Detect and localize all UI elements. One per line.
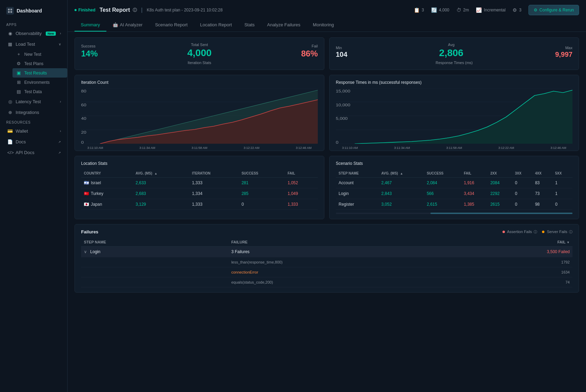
sidebar-item-docs[interactable]: 📄 Docs ↗ [0,136,67,147]
location-row-turkey: 🇹🇷Turkey 2,683 1,334 285 1,049 [81,188,318,199]
svg-text:40: 40 [81,116,86,121]
x-label-0: 3:11:10 AM [87,146,103,150]
test-data-label: Test Data [24,89,42,94]
duration-value: 2m [463,8,469,12]
avg-stat: Avg 2,806 [439,43,463,59]
configure-rerun-button[interactable]: ⚙ Configure & Rerun [528,5,579,15]
tab-summary[interactable]: Summary [75,19,106,32]
detail-fail-3: 74 [474,277,572,287]
tab-stats[interactable]: Stats [238,19,261,32]
response-chart-title: Response Times in ms (successful respons… [336,80,572,85]
sidebar-item-integrations[interactable]: ⊕ Integrations [0,107,67,118]
latency-icon: ◎ [7,99,13,104]
iteration-stats-title: Iteration Stats [81,61,318,65]
response-times-chart: Response Times in ms (successful respons… [329,75,579,151]
sidebar-item-observability[interactable]: ◉ Observability New › [0,28,67,39]
status-dot [75,9,77,11]
svg-rect-1 [10,9,12,10]
docs-label: Docs [16,139,26,144]
scroll-thumb[interactable] [430,213,572,214]
x-label-4: 3:12:46 AM [296,146,312,150]
rx-label-3: 3:12:22 AM [498,146,514,150]
account-3xx: 0 [512,178,532,188]
detail-step-2 [81,267,228,277]
register-3xx: 0 [512,199,532,210]
min-label: Min [336,46,347,50]
server-info-icon[interactable]: ⓘ [569,230,572,234]
sort-icon: ▲ [154,172,157,175]
tab-monitoring[interactable]: Monitoring [307,19,340,32]
success-label: Success [81,44,98,48]
load-test-label: Load Test [16,42,35,47]
status-label: Finished [78,8,95,12]
api-docs-label: API Docs [16,150,34,155]
ai-icon: 🤖 [113,22,118,27]
sidebar-item-new-test[interactable]: + New Test [12,50,67,59]
svg-text:0: 0 [336,141,339,144]
detail-fail-2: 1634 [474,267,572,277]
israel-success: 281 [239,178,285,188]
configure-icon: ⚙ [534,8,537,12]
scenario-stats-title: Scenario Stats [336,161,572,166]
sidebar-item-wallet[interactable]: 💳 Wallet › [0,126,67,136]
detail-failure-2: connectionError [228,267,474,277]
sidebar-item-test-plans[interactable]: ⚙ Test Plans [12,59,67,68]
fail-sort-icon: ▼ [567,241,570,244]
failure-detail-row-3: equals(status_code,200) 74 [81,277,572,287]
load-test-submenu: + New Test ⚙ Test Plans ▣ Test Results ⊞… [0,50,67,96]
login-4xx: 73 [532,188,552,199]
server-label: Server Fails [547,230,567,234]
failures-title: Failures [81,229,98,234]
response-times-values: Min 104 Avg 2,806 Max 9,997 [336,43,572,59]
svg-text:60: 60 [81,103,86,107]
locations-icon: ⚙ [513,7,517,13]
data-icon: ▤ [16,89,21,94]
svg-text:10,000: 10,000 [336,103,350,107]
register-avg: 3,052 [378,199,424,210]
login-summary: 3 Failures [228,247,474,257]
sidebar-item-test-data[interactable]: ▤ Test Data [12,87,67,96]
failures-login-group: ∨ Login 3 Failures 3,500 Failed [81,247,572,257]
col-3xx: 3XX [512,169,532,178]
register-step: Register [336,199,378,210]
charts-row: Iteration Count 80 60 40 20 0 [75,75,579,151]
login-name: Login [90,249,100,254]
header-left: Finished Test Report ⓘ | K8s Auth test p… [75,7,222,13]
expand-icon[interactable]: ∨ [84,249,87,254]
col-country: COUNTRY [81,169,133,178]
api-icon: </> [7,150,13,155]
tabs-nav: Summary 🤖AI Analyzer Scenario Report Loc… [75,19,579,32]
sidebar-item-environments[interactable]: ⊞ Environments [12,78,67,87]
failures-col-fail: Fail ▼ [474,238,572,247]
page-title: Test Report ⓘ | K8s Auth test plan - 202… [99,7,222,13]
tab-location-report[interactable]: Location Report [194,19,238,32]
resources-section-label: RESOURCES [0,118,67,126]
col-fail-s: FAIL [461,169,488,178]
tab-scenario-report[interactable]: Scenario Report [149,19,194,32]
failures-col-step: Step Name [81,238,228,247]
japan-iteration: 1,333 [189,199,239,210]
info-icon[interactable]: ⓘ [133,7,137,13]
server-dot [542,231,544,233]
detail-step-3 [81,277,228,287]
sidebar-item-load-test[interactable]: ▦ Load Test ∨ [0,39,67,50]
tab-analyze-failures[interactable]: Analyze Failures [261,19,307,32]
col-success: SUCCESS [239,169,285,178]
tab-ai-analyzer[interactable]: 🤖AI Analyzer [106,19,149,32]
sidebar-item-test-results[interactable]: ▣ Test Results [12,68,67,78]
chevron-right-icon2: › [60,100,61,104]
japan-success: 0 [239,199,285,210]
col-avg-ms-s: AVG. (MS) ▲ [378,169,424,178]
svg-text:20: 20 [81,131,86,135]
col-iteration: ITERATION [189,169,239,178]
account-success: 2,084 [424,178,461,188]
sidebar-item-api-docs[interactable]: </> API Docs ↗ [0,147,67,158]
scenario-table-wrapper[interactable]: STEP NAME AVG. (MS) ▲ SUCCESS FAIL 2XX 3… [336,169,572,210]
assertion-info-icon[interactable]: ⓘ [534,230,537,234]
sidebar-logo-text: Dashboard [17,8,42,14]
login-fail-count: 3,500 Failed [474,247,572,257]
chevron-right-icon3: › [60,129,61,133]
response-times-title: Response Times (ms) [336,61,572,65]
sidebar-item-latency-test[interactable]: ◎ Latency Test › [0,96,67,107]
scroll-track[interactable] [336,213,572,214]
